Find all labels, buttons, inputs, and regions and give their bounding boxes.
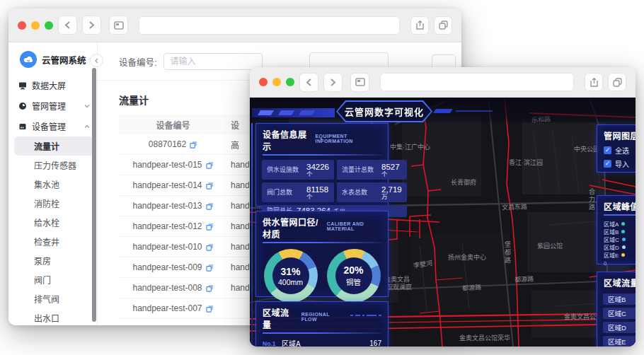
- stat-water-facilities: 供水设施数 34226个: [262, 160, 334, 180]
- back-button[interactable]: [58, 16, 77, 35]
- forward-button[interactable]: [82, 16, 101, 35]
- copy-icon[interactable]: [206, 223, 214, 231]
- legend-item: 区域D: [597, 243, 636, 250]
- copy-icon[interactable]: [206, 202, 214, 210]
- material-donut-chart: 20% 铜管: [327, 249, 381, 303]
- caliber-donut-chart: 31% 400mm: [264, 249, 318, 303]
- forward-button[interactable]: [323, 73, 343, 92]
- panel-title: 供水管网口径/材质: [263, 216, 323, 240]
- region-list-item[interactable]: 区域B: [603, 293, 636, 305]
- copy-icon[interactable]: [190, 141, 197, 149]
- stat-water-meters: 水表总数 2,719万: [337, 182, 407, 202]
- street-label: 堡都路: [503, 241, 512, 264]
- col-device-number: 设备编号: [119, 119, 227, 131]
- title-underline: [263, 332, 381, 334]
- legend-dot: [621, 253, 625, 257]
- street-label: 合力路: [587, 188, 597, 211]
- tabs-copy-icon[interactable]: [608, 73, 626, 91]
- sidebar-item-data-screen[interactable]: 数据大屏: [8, 75, 97, 95]
- sidebar-item-water-hydrant[interactable]: 给水栓: [8, 213, 97, 232]
- equipment-stats-grid: 供水设施数 34226个 流量计总数 8527个 阀门总数 81158个 水表总…: [256, 160, 388, 217]
- panel-title: 区域峰值: [604, 200, 636, 212]
- sidebar-item-pipe-management[interactable]: 管网管理: [8, 95, 97, 116]
- panel-subtitle: REGIONAL FLOW: [301, 312, 347, 322]
- sidebar-item-label: 管网管理: [32, 100, 66, 112]
- title-underline: [263, 242, 381, 243]
- sidebar-item-flow-meter[interactable]: 流量计: [14, 136, 94, 156]
- title-underline: [604, 214, 636, 216]
- legend-item: 区域A: [597, 220, 636, 227]
- copy-icon[interactable]: [206, 182, 214, 190]
- sidebar-item-catch-basin[interactable]: 集水池: [8, 175, 97, 194]
- sidebar-item-pressure-sensor[interactable]: 压力传感器: [8, 156, 97, 175]
- legend-item: 区域E: [597, 251, 636, 258]
- region-list-item[interactable]: 区域E: [603, 336, 636, 347]
- sidebar-collapse-button[interactable]: [90, 54, 103, 67]
- copy-icon[interactable]: [206, 264, 214, 272]
- close-window-button[interactable]: [259, 78, 268, 86]
- sidebar-scrollbar[interactable]: [92, 68, 96, 322]
- sidebar-item-valve[interactable]: 阀门: [8, 270, 97, 289]
- back-button[interactable]: [299, 73, 318, 92]
- copy-icon[interactable]: [206, 305, 214, 313]
- deco-chip: [433, 109, 452, 113]
- tab-overview-icon[interactable]: [350, 73, 369, 92]
- sidebar-item-fire-hydrant[interactable]: 消防栓: [8, 194, 97, 213]
- copy-icon[interactable]: [206, 284, 214, 292]
- screenshot-stage: 云管网系统 数据大屏 管网管理 设备: [0, 0, 644, 355]
- chevron-down-icon: [84, 104, 90, 108]
- copy-icon[interactable]: [206, 243, 214, 251]
- share-icon[interactable]: [585, 73, 603, 91]
- title-underline: [263, 154, 381, 156]
- flow-rank-row: No.1 区域A 167: [256, 338, 388, 347]
- device-number-input[interactable]: [163, 53, 263, 70]
- layer-select-all[interactable]: ✓ 全选: [597, 144, 636, 157]
- street-label: 都源路: [514, 274, 534, 284]
- share-icon[interactable]: [410, 16, 429, 35]
- address-bar[interactable]: [380, 73, 574, 91]
- device-number-label: 设备编号:: [119, 55, 156, 69]
- layer-import[interactable]: ✓ 导入: [597, 157, 636, 170]
- sidebar-item-exhaust-valve[interactable]: 排气阀: [8, 289, 97, 308]
- browser-chrome: [8, 8, 461, 42]
- region-list-item[interactable]: 区域C: [603, 308, 636, 319]
- tab-overview-icon[interactable]: [109, 16, 128, 35]
- pipe-network-icon: [18, 102, 27, 110]
- regional-flow-list-panel: 区域流量 区域B 区域C 区域D 区域E: [597, 272, 636, 347]
- minimize-window-button[interactable]: [272, 78, 281, 86]
- checkbox-checked-icon[interactable]: ✓: [604, 146, 611, 154]
- checkbox-checked-icon[interactable]: ✓: [604, 160, 611, 168]
- deco-chip: [299, 110, 315, 115]
- tabs-copy-icon[interactable]: [434, 16, 452, 35]
- sidebar-item-inspection-well[interactable]: 检查井: [8, 232, 97, 251]
- dashboard-title-frame: 云管网数字可视化: [336, 100, 432, 122]
- minimize-window-button[interactable]: [31, 21, 40, 30]
- panel-title: 管网图层: [604, 129, 636, 141]
- zoom-window-button[interactable]: [286, 78, 294, 86]
- deco-chip: [278, 110, 294, 115]
- copy-icon[interactable]: [206, 161, 214, 169]
- sidebar-item-pump-house[interactable]: 泵房: [8, 251, 97, 270]
- poi-label: 紫园公馆: [537, 241, 563, 250]
- dashboard-browser-window: 乐和路 中集·江广中心 香江·滨江园 中央公园 长青御府 文昌东路 合力路 堡都…: [250, 67, 636, 347]
- poi-label: 中集·江广中心: [390, 142, 430, 151]
- poi-label: 金奥文昌公馆荣华: [459, 333, 510, 342]
- legend-dot: [621, 222, 625, 226]
- sidebar-item-outlet[interactable]: 出水口: [8, 308, 97, 325]
- panel-subtitle: CALIBER AND MATERIAL: [327, 221, 381, 231]
- axis-origin-label: 0: [597, 258, 636, 267]
- sidebar-item-device-management[interactable]: 设备管理: [8, 116, 97, 136]
- poi-label: 长青御府: [451, 178, 476, 187]
- poi-label: 香江·滨江园: [509, 158, 543, 167]
- zoom-window-button[interactable]: [45, 21, 53, 30]
- app-logo-icon: [20, 51, 37, 68]
- device-icon: [18, 122, 27, 131]
- address-bar[interactable]: [139, 16, 400, 35]
- legend-dot: [622, 238, 626, 241]
- region-list-item[interactable]: 区域D: [603, 322, 636, 333]
- deco-dashes: [350, 315, 381, 316]
- legend-item: 区域C: [597, 235, 636, 243]
- legend-dot: [622, 245, 626, 249]
- poi-label: 扬州金奥中心: [448, 252, 486, 262]
- close-window-button[interactable]: [18, 21, 26, 30]
